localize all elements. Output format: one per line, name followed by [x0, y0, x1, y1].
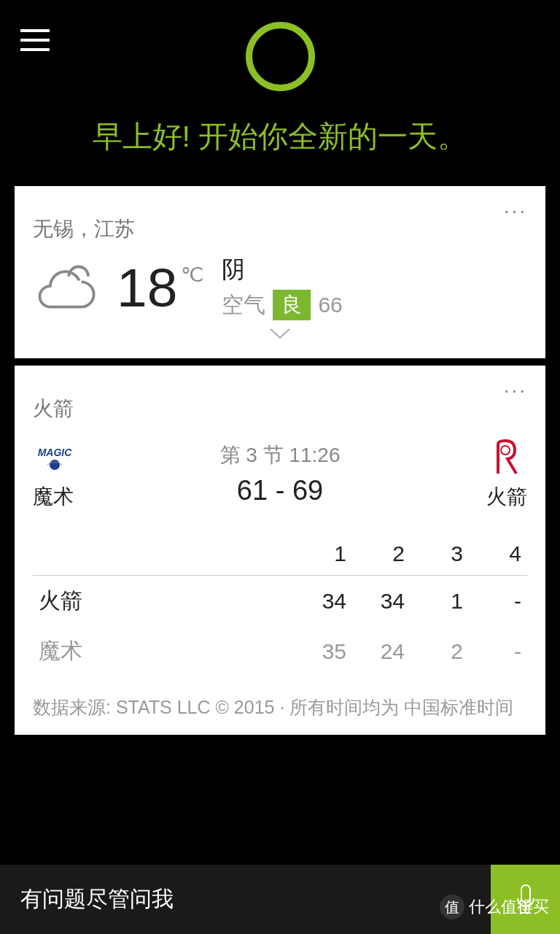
weather-temp: 18 — [117, 256, 177, 319]
team-away-logo-icon: MAGIC — [33, 437, 77, 477]
cortana-ring-icon[interactable] — [246, 22, 315, 91]
row-team-name: 魔术 — [33, 626, 294, 676]
score-table: 1 2 3 4 火箭 34 34 1 - 魔术 35 24 2 - — [33, 533, 527, 676]
match-status: 第 3 节 11:26 — [120, 441, 440, 469]
row-q-value: - — [469, 576, 527, 627]
match-score: 61 - 69 — [120, 475, 440, 506]
menu-icon[interactable] — [20, 29, 50, 51]
air-label: 空气 — [222, 290, 265, 320]
quarter-header: 2 — [352, 533, 411, 576]
svg-point-2 — [501, 446, 510, 455]
air-value: 66 — [318, 293, 342, 317]
weather-location: 无锡，江苏 — [33, 215, 527, 243]
table-header-row: 1 2 3 4 — [33, 533, 527, 576]
card-menu-icon[interactable]: ··· — [504, 379, 527, 402]
team-away-name: 魔术 — [33, 483, 74, 511]
weather-condition-block: 阴 空气 良 66 — [222, 254, 342, 320]
table-row: 火箭 34 34 1 - — [33, 576, 527, 627]
match-center: 第 3 节 11:26 61 - 69 — [120, 441, 440, 506]
svg-rect-3 — [521, 885, 530, 903]
sports-card[interactable]: ··· 火箭 MAGIC 魔术 第 3 节 11:26 61 - 69 — [15, 366, 545, 735]
sports-match: MAGIC 魔术 第 3 节 11:26 61 - 69 — [33, 437, 527, 511]
row-q-value: 34 — [352, 576, 411, 627]
table-row: 魔术 35 24 2 - — [33, 626, 527, 676]
row-q-value: 35 — [294, 626, 352, 676]
data-source-text: 数据来源: STATS LLC © 2015 · 所有时间均为 中国标准时间 — [33, 695, 527, 720]
search-bar[interactable]: 有问题尽管问我 — [0, 865, 560, 934]
row-team-name: 火箭 — [33, 576, 294, 627]
row-q-value: 34 — [294, 576, 352, 627]
row-q-value: - — [469, 626, 527, 676]
search-prompt[interactable]: 有问题尽管问我 — [0, 884, 491, 914]
sports-card-title: 火箭 — [33, 395, 527, 422]
microphone-button[interactable] — [491, 865, 560, 934]
row-q-value: 1 — [411, 576, 469, 627]
chevron-down-icon[interactable] — [33, 328, 527, 344]
quarter-header: 4 — [469, 533, 527, 576]
cards-container: ··· 无锡，江苏 18 ℃ 阴 空气 良 66 ··· 火箭 — [0, 186, 560, 735]
weather-unit: ℃ — [181, 263, 203, 287]
quarter-header: 1 — [294, 533, 352, 576]
greeting-text: 早上好! 开始你全新的一天。 — [0, 117, 560, 157]
team-home-logo-icon — [483, 437, 527, 477]
row-q-value: 24 — [352, 626, 411, 676]
card-menu-icon[interactable]: ··· — [504, 199, 527, 223]
team-home: 火箭 — [440, 437, 527, 511]
weather-air: 空气 良 66 — [222, 290, 342, 320]
team-away: MAGIC 魔术 — [33, 437, 120, 511]
svg-point-1 — [50, 460, 60, 470]
weather-condition: 阴 — [222, 254, 342, 286]
microphone-icon — [513, 882, 538, 917]
app-header — [0, 0, 560, 88]
row-q-value: 2 — [411, 626, 469, 676]
team-home-name: 火箭 — [486, 483, 527, 511]
weather-card[interactable]: ··· 无锡，江苏 18 ℃ 阴 空气 良 66 — [15, 186, 545, 358]
svg-text:MAGIC: MAGIC — [38, 447, 73, 458]
cloud-icon — [33, 260, 102, 314]
weather-main: 18 ℃ 阴 空气 良 66 — [33, 254, 527, 320]
air-quality-badge: 良 — [273, 290, 311, 320]
quarter-header: 3 — [411, 533, 469, 576]
